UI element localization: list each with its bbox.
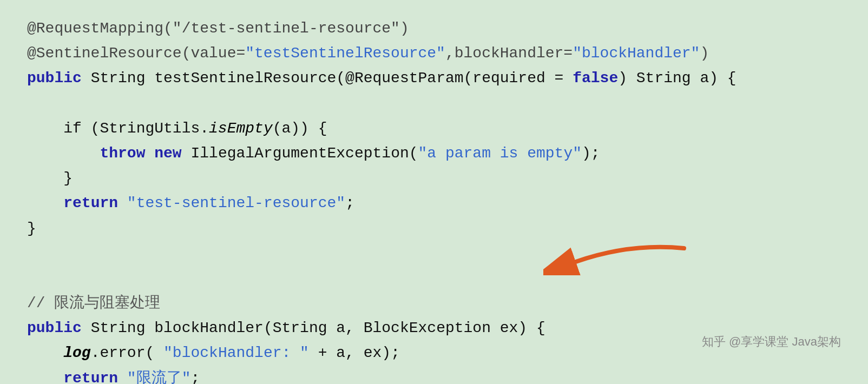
code-line: // 限流与阻塞处理 [27, 291, 841, 316]
code-lines: @RequestMapping("/test-sentinel-resource… [27, 16, 841, 384]
watermark: 知乎 @享学课堂 Java架构 [702, 332, 841, 352]
code-line: return "test-sentinel-resource"; [27, 191, 841, 216]
code-line: public String testSentinelResource(@Requ… [27, 66, 841, 91]
code-line: return "限流了"; [27, 366, 841, 384]
code-line: if (StringUtils.isEmpty(a)) { [27, 116, 841, 141]
code-line: } [27, 216, 841, 241]
code-line: @RequestMapping("/test-sentinel-resource… [27, 16, 841, 41]
code-line: @SentinelResource(value="testSentinelRes… [27, 41, 841, 66]
code-block: @RequestMapping("/test-sentinel-resource… [0, 0, 868, 384]
code-line: } [27, 166, 841, 191]
code-line: throw new IllegalArgumentException("a pa… [27, 141, 841, 166]
arrow-annotation [543, 237, 695, 284]
